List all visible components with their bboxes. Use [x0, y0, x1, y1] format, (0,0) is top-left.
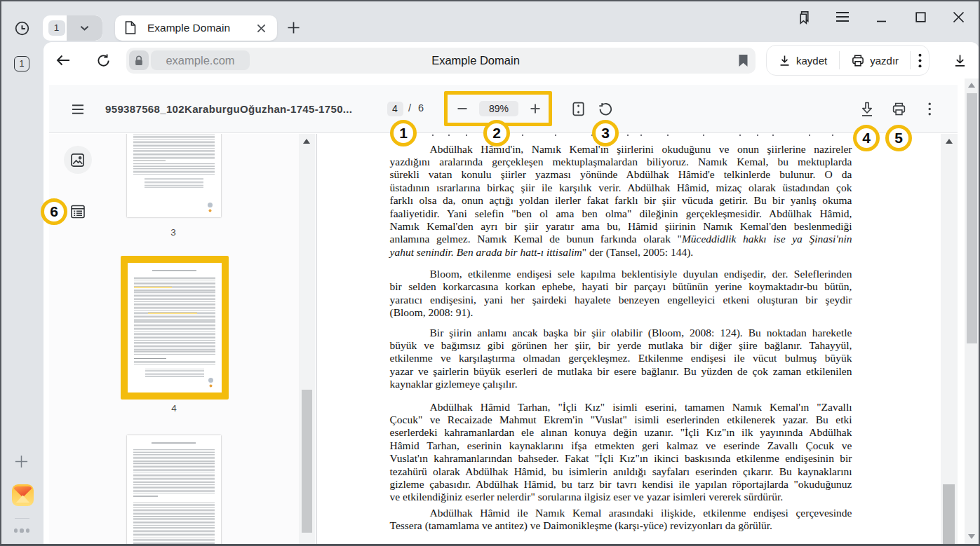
new-tab-button[interactable] — [285, 19, 302, 36]
domain-text: example.com — [166, 54, 234, 67]
reload-icon[interactable] — [93, 50, 113, 70]
tab-group-count-badge[interactable]: 1 — [48, 20, 65, 36]
tab-example-domain[interactable]: Example Domain — [115, 15, 277, 41]
pdf-text-line: Hâmid Tarhan, eserinin kaynaklarını ifşa… — [390, 439, 852, 452]
scrollbar-up-arrow[interactable] — [968, 83, 975, 88]
window-close-button[interactable] — [950, 8, 967, 25]
scrollbar-thumb[interactable] — [967, 93, 977, 343]
print-button[interactable]: yazdır — [840, 46, 910, 75]
pdf-text-line: yazar ve şairlerin büyük eserleri de mut… — [390, 365, 852, 378]
tab-title: Example Domain — [147, 22, 230, 34]
pdf-page-separator: / — [408, 101, 411, 116]
page-actions-more-icon[interactable] — [911, 46, 929, 75]
tab-group-expand-button[interactable] — [67, 15, 102, 41]
scrollbar-thumb[interactable] — [302, 390, 313, 533]
print-button-label: yazdır — [870, 55, 899, 67]
side-strip-divider — [15, 518, 29, 519]
annotation-circle-1: 1 — [390, 120, 417, 146]
window-border-left — [0, 0, 1, 546]
browser-toolbar: example.com Example Domain kaydet yazdır — [43, 42, 979, 79]
tab-group-pill[interactable]: 1 — [43, 15, 102, 41]
clipped-line-fragment — [667, 135, 669, 137]
thumbnail-label-3: 3 — [159, 227, 187, 238]
thumbnail-panel-scrollbar[interactable] — [299, 134, 315, 544]
history-clock-icon[interactable] — [13, 20, 30, 36]
pdf-text-line: sürekli vatan konulu şiirler yazması yön… — [390, 168, 852, 181]
download-icon — [778, 54, 791, 67]
pdf-text-line: farklı olsa da, onun açtığı yoldan ilerl… — [390, 194, 852, 207]
pdf-paragraph: Bloom, etkilenme endişesi sele kapılma b… — [390, 268, 852, 320]
scrollbar-up-arrow[interactable] — [303, 139, 310, 144]
pdf-current-page-input[interactable]: 4 — [387, 102, 403, 116]
pdf-print-icon[interactable] — [890, 101, 907, 118]
clipped-line-fragment — [627, 135, 629, 137]
pdf-sidebar-toggle-icon[interactable] — [69, 100, 87, 118]
save-button[interactable]: kaydet — [767, 46, 839, 75]
pdf-download-icon[interactable] — [859, 101, 875, 118]
pdf-text-line: tezahürü olarak Abdülhak Hâmid, bu isiml… — [390, 465, 852, 478]
pdf-filename: 959387568_102KaraburguOğuzhan-1745-1750.… — [105, 85, 352, 133]
pdf-image-view-button[interactable] — [64, 146, 92, 174]
clipped-line-fragment — [703, 135, 704, 137]
pdf-paragraph: Abdülhak Hâmid ile Namık Kemal arasındak… — [390, 507, 852, 533]
pdf-text-line: Bloom, etkilenme endişesi sele kapılma b… — [390, 268, 852, 280]
window-maximize-button[interactable] — [912, 8, 929, 25]
back-icon[interactable] — [53, 50, 73, 70]
clipped-line-fragment — [772, 135, 774, 137]
clipped-line-fragment — [832, 135, 833, 137]
domain-pill[interactable]: example.com — [151, 50, 250, 70]
pdf-text-line: bir selden korkarcasına korkan ephebe, h… — [390, 280, 852, 293]
pdf-text-line: yaratıcı endişesini, yani her şairdeki h… — [390, 294, 852, 306]
save-button-label: kaydet — [796, 55, 827, 67]
bookmarks-panels-icon[interactable] — [796, 9, 812, 26]
rotate-icon[interactable] — [597, 101, 614, 118]
pdf-text-line: etkilenme ve karşılaştırma olmadan gerçe… — [390, 352, 852, 364]
thumbnail-page-3[interactable] — [127, 134, 221, 217]
pdf-text-line: Çocuk" ve Recaizade Mahmut Ekrem'in "Vus… — [390, 414, 852, 426]
window-minimize-button[interactable] — [873, 8, 890, 25]
clipped-line-fragment — [432, 135, 434, 137]
page-title: Example Domain — [391, 48, 560, 74]
browser-side-strip: 1 — [0, 42, 43, 544]
pdf-text-line: gizleme çabasıdır. Abdülhak Hâmid, bu ta… — [390, 478, 852, 491]
side-strip-add-icon[interactable] — [13, 453, 29, 470]
pdf-text-line: eserlerdeki kahramanlardan ele alınan ko… — [390, 426, 852, 439]
lock-icon[interactable] — [129, 50, 149, 70]
pdf-text-line: Bir şiirin anlamı ancak başka bir şiir o… — [390, 327, 852, 339]
side-strip-tab-counter[interactable]: 1 — [14, 56, 29, 71]
fit-to-page-icon[interactable] — [570, 101, 586, 118]
clipped-line-fragment — [640, 135, 642, 137]
pdf-text-line: Namık Kemal'den ayrı bir şiir yaratır am… — [390, 220, 852, 233]
pdf-text-line: üstadının ısrarlarına birkaç şiir ile ka… — [390, 182, 852, 194]
pdf-outline-list-button[interactable] — [69, 203, 86, 220]
address-bar[interactable]: example.com Example Domain — [126, 48, 756, 74]
pdf-text-line: ve etkilendiğiniz eserler nelerdir" soru… — [390, 491, 852, 503]
pdf-text-line: yazdığını aralarında gerçekleşen mektupl… — [390, 156, 852, 168]
side-strip-more-icon[interactable] — [13, 526, 30, 535]
scrollbar-thumb[interactable] — [943, 484, 955, 544]
pdf-text-line: Abdülhak Hâmid Tarhan, "İçli Kız" isimli… — [390, 401, 852, 414]
downloads-icon[interactable] — [950, 50, 969, 70]
scrollbar-up-arrow[interactable] — [946, 139, 953, 144]
thumbnail-page-5[interactable] — [127, 435, 221, 544]
pdf-paragraph: Abdülhak Hâmıd'in, Namık Kemal'ın şiirle… — [390, 143, 852, 259]
document-favicon-icon — [125, 21, 136, 34]
pdf-text-line: (Bloom, 2008: 91). — [390, 306, 852, 319]
yandex-mail-icon[interactable] — [12, 484, 34, 506]
scrollbar-down-arrow[interactable] — [968, 534, 975, 539]
pdf-scrollbar[interactable] — [941, 134, 958, 544]
page-scrollbar[interactable] — [965, 79, 979, 544]
pdf-page-total: 6 — [418, 101, 424, 116]
clipped-line-fragment — [739, 135, 741, 137]
bookmark-flag-icon[interactable] — [734, 52, 752, 70]
clipped-line-fragment — [809, 135, 810, 137]
clipped-line-fragment — [522, 135, 523, 137]
pdf-text-line: Tessera (tamamlama ve antitez) ve Daimon… — [390, 519, 852, 532]
pdf-more-icon[interactable] — [921, 101, 938, 118]
pdf-text-line: büyük ve bağımsız gibi görünen her şiir,… — [390, 339, 852, 352]
printer-icon — [851, 54, 865, 67]
browser-menu-icon[interactable] — [834, 8, 851, 25]
window-border-top — [0, 0, 980, 1]
clipped-line-fragment — [466, 135, 467, 137]
tab-close-icon[interactable] — [253, 20, 270, 37]
